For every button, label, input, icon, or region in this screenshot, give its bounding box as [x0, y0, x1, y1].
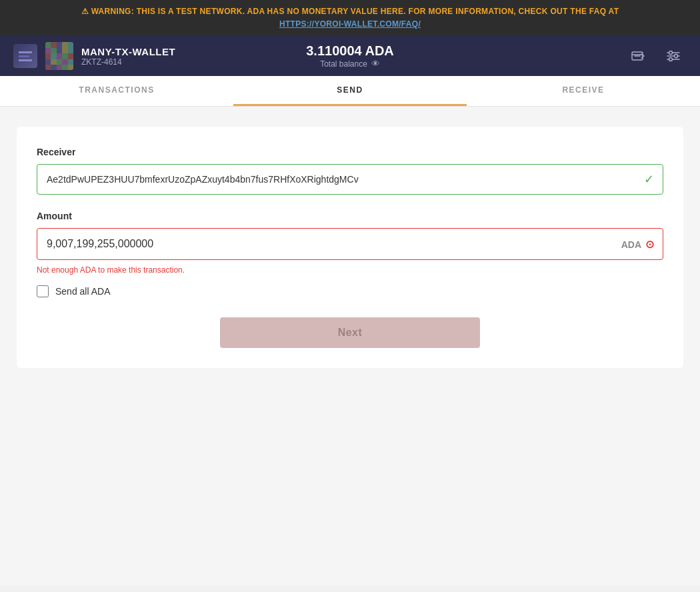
send-form: Receiver ✓ Amount ADA ⊙ Not enough ADA t… [17, 127, 683, 368]
yoroi-logo-icon [13, 44, 37, 68]
amount-suffix: ADA ⊙ [621, 238, 654, 251]
receiver-valid-icon: ✓ [644, 172, 654, 187]
amount-input[interactable] [37, 228, 663, 260]
visibility-icon[interactable]: 👁 [371, 59, 380, 69]
settings-icon-button[interactable] [660, 43, 687, 69]
send-icon-button[interactable] [625, 43, 652, 69]
stacked-layers-icon [17, 50, 33, 63]
amount-error-text: Not enough ADA to make this transaction. [37, 265, 663, 275]
header: MANY-TX-WALLET ZKTZ-4614 3.110004 ADA To… [0, 36, 700, 76]
svg-point-6 [669, 58, 673, 61]
wallet-name-block: MANY-TX-WALLET ZKTZ-4614 [81, 46, 175, 67]
receiver-input-wrap: ✓ [37, 164, 663, 195]
svg-point-5 [675, 55, 678, 58]
send-all-row: Send all ADA [37, 285, 663, 297]
receiver-label: Receiver [37, 147, 663, 157]
balance-amount: 3.110004 ADA [306, 43, 394, 59]
tab-send[interactable]: SEND [233, 76, 467, 106]
send-all-label[interactable]: Send all ADA [55, 286, 111, 297]
wallet-id: ZKTZ-4614 [81, 57, 175, 67]
warning-link[interactable]: HTTPS://YOROI-WALLET.COM/FAQ/ [11, 18, 689, 31]
balance-block: 3.110004 ADA Total balance 👁 [238, 43, 463, 69]
receiver-input[interactable] [37, 164, 663, 195]
next-button[interactable]: Next [220, 317, 480, 348]
tab-transactions[interactable]: TRANSACTIONS [0, 76, 233, 106]
amount-input-wrap: ADA ⊙ [37, 228, 663, 260]
warning-banner: ⚠ WARNING: THIS IS A TEST NETWORK. ADA H… [0, 0, 700, 36]
wallet-info: MANY-TX-WALLET ZKTZ-4614 [13, 42, 238, 70]
wallet-name: MANY-TX-WALLET [81, 46, 175, 57]
next-button-wrap: Next [37, 317, 663, 348]
balance-label: Total balance 👁 [320, 59, 380, 69]
amount-unit: ADA [621, 239, 641, 249]
send-all-checkbox[interactable] [37, 285, 49, 297]
warning-text: ⚠ WARNING: THIS IS A TEST NETWORK. ADA H… [81, 7, 619, 16]
nav-tabs: TRANSACTIONS SEND RECEIVE [0, 76, 700, 107]
amount-label: Amount [37, 211, 663, 221]
header-actions [462, 43, 687, 69]
avatar [45, 42, 73, 70]
main-content: Receiver ✓ Amount ADA ⊙ Not enough ADA t… [0, 107, 700, 585]
svg-point-4 [669, 51, 673, 55]
amount-error-icon: ⊙ [645, 238, 654, 251]
tab-receive[interactable]: RECEIVE [467, 76, 700, 106]
